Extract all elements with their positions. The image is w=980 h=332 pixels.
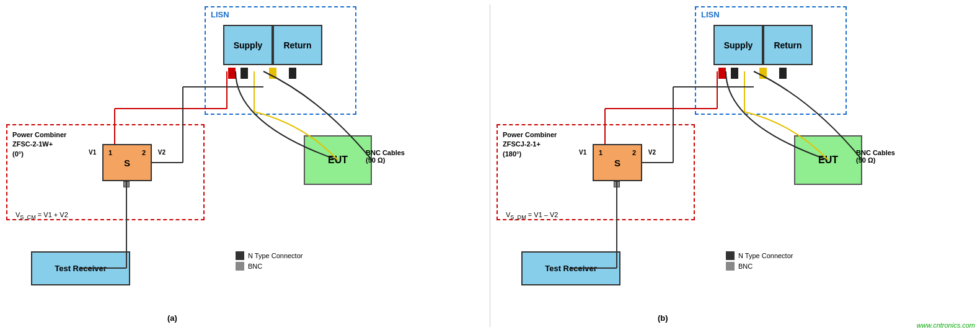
legend-n-type-a: N Type Connector — [236, 251, 302, 260]
bnc-connector-a — [123, 181, 130, 187]
v2-label-b: V2 — [648, 149, 656, 156]
pin-red-a1 — [228, 68, 236, 79]
bnc-cables-label-b: BNC Cables (50 Ω) — [856, 149, 895, 164]
port1-a: 1 — [108, 149, 112, 156]
lisn-box-b: LISN Supply Return — [695, 6, 847, 115]
supply-box-a: Supply — [223, 25, 273, 65]
bnc-connector-b — [614, 181, 620, 187]
lisn-label-b: LISN — [701, 10, 720, 19]
eut-box-a: EUT — [304, 135, 372, 185]
pin-black-a1 — [241, 68, 248, 79]
formula-eq-a: = V1 + V2 — [36, 211, 68, 218]
diagram-a: LISN Supply Return — [0, 0, 490, 332]
formula-sub-a: S_CM — [20, 214, 35, 220]
v2-label-a: V2 — [158, 149, 166, 156]
legend-n-type-b: N Type Connector — [726, 251, 793, 260]
legend-a: N Type Connector BNC — [236, 251, 302, 272]
n-connector-icon-b — [726, 251, 735, 260]
test-receiver-box-a: Test Receiver — [31, 251, 130, 285]
diagram-title-b: (b) — [658, 313, 668, 323]
bnc-icon-a — [236, 262, 244, 271]
v1-label-a: V1 — [89, 149, 96, 156]
power-combiner-label-a: Power Combiner ZFSC-2-1W+ (0°) — [12, 130, 66, 159]
pin-yellow-a — [269, 68, 276, 79]
power-combiner-label-b: Power Combiner ZFSCJ-2-1+ (180°) — [503, 130, 557, 159]
n-connector-icon-a — [236, 251, 244, 260]
s-label-a: S — [124, 158, 130, 168]
legend-bnc-a: BNC — [236, 262, 302, 271]
lisn-label-a: LISN — [211, 10, 229, 19]
diagram-title-a: (a) — [167, 313, 177, 323]
return-box-b: Return — [763, 25, 813, 65]
pin-red-b1 — [718, 68, 726, 79]
bnc-icon-b — [726, 262, 735, 271]
formula-sub-b: S_DM — [510, 214, 526, 220]
return-box-a: Return — [273, 25, 322, 65]
formula-b: VS_DM = V1 – V2 — [506, 211, 558, 220]
combiner-component-b: 1 S 2 — [593, 144, 642, 181]
pin-black-b2 — [779, 68, 787, 79]
combiner-component-a: 1 S 2 — [102, 144, 152, 181]
main-container: LISN Supply Return — [0, 0, 980, 332]
eut-box-b: EUT — [794, 135, 862, 185]
legend-b: N Type Connector BNC — [726, 251, 793, 272]
lisn-box-a: LISN Supply Return — [205, 6, 356, 115]
pin-black-b1 — [731, 68, 738, 79]
watermark: www.cntronics.com — [917, 321, 975, 329]
diagram-b: LISN Supply Return Power Combin — [490, 0, 980, 332]
test-receiver-box-b: Test Receiver — [521, 251, 620, 285]
s-label-b: S — [614, 158, 620, 168]
v1-label-b: V1 — [579, 149, 586, 156]
supply-box-b: Supply — [713, 25, 763, 65]
port2-a: 2 — [142, 149, 146, 156]
formula-eq-b: = V1 – V2 — [526, 211, 558, 218]
legend-bnc-b: BNC — [726, 262, 793, 271]
formula-a: VS_CM = V1 + V2 — [15, 211, 68, 220]
bnc-cables-label-a: BNC Cables (50 Ω) — [366, 149, 405, 164]
port1-b: 1 — [599, 149, 603, 156]
pin-yellow-b — [759, 68, 767, 79]
pin-black-a2 — [289, 68, 296, 79]
port2-b: 2 — [632, 149, 636, 156]
